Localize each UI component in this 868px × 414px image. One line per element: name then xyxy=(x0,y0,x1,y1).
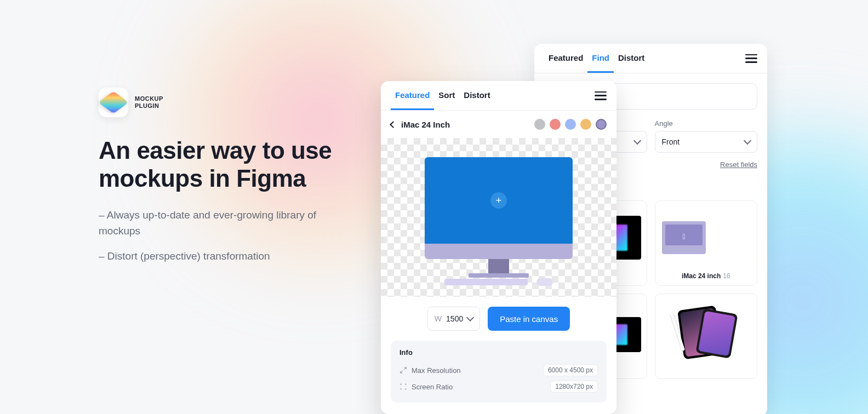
find-panel-tabs: Featured Find Distort xyxy=(534,44,767,73)
color-swatch-purple[interactable] xyxy=(596,119,607,130)
chevron-down-icon xyxy=(744,137,751,145)
info-label: Screen Ratio xyxy=(412,383,453,391)
chevron-down-icon xyxy=(466,314,474,321)
result-card[interactable] xyxy=(655,294,758,379)
info-label: Max Resolution xyxy=(412,366,461,375)
info-value: 1280x720 px xyxy=(550,381,598,393)
featured-panel: Featured Sort Distort iMac 24 Inch + xyxy=(381,81,616,414)
imac-mockup: + xyxy=(425,157,573,278)
ratio-icon xyxy=(399,383,407,390)
mockup-preview: + xyxy=(381,138,616,297)
color-swatch-yellow[interactable] xyxy=(580,119,591,130)
add-screen-button[interactable]: + xyxy=(490,192,507,209)
angle-label: Angle xyxy=(655,119,758,128)
width-select[interactable]: W 1500 xyxy=(427,307,480,331)
menu-icon[interactable] xyxy=(745,54,757,63)
tab-featured[interactable]: Featured xyxy=(544,44,587,73)
info-title: Info xyxy=(399,348,598,357)
angle-select[interactable]: Front xyxy=(655,131,758,153)
expand-icon xyxy=(399,366,407,374)
hero-headline: An easier way to use mockups in Figma xyxy=(99,137,340,192)
tab-find[interactable]: Find xyxy=(587,44,614,73)
hero-section: MOCKUP PLUGIN An easier way to use mocku… xyxy=(99,88,340,274)
tab-distort[interactable]: Distort xyxy=(614,44,649,73)
info-value: 6000 x 4500 px xyxy=(543,364,598,376)
tab-distort[interactable]: Distort xyxy=(459,81,494,110)
tab-featured[interactable]: Featured xyxy=(391,81,434,110)
result-card-imac[interactable]: iMac 24 inch16 xyxy=(655,200,758,286)
back-button[interactable] xyxy=(390,121,397,128)
hero-bullet-1: – Always up-to-date and ever-growing lib… xyxy=(99,208,340,239)
info-box: Info Max Resolution 6000 x 4500 px Scree… xyxy=(391,341,607,403)
mouse-icon xyxy=(536,278,553,286)
plugin-logo-icon xyxy=(99,88,128,117)
chevron-down-icon xyxy=(633,137,641,145)
color-swatches xyxy=(534,119,607,130)
paste-in-canvas-button[interactable]: Paste in canvas xyxy=(488,307,570,331)
hero-bullet-2: – Distort (perspective) transformation xyxy=(99,249,340,264)
color-swatch-pink[interactable] xyxy=(550,119,561,130)
plugin-logo: MOCKUP PLUGIN xyxy=(99,88,340,117)
tab-sort[interactable]: Sort xyxy=(434,81,459,110)
plugin-logo-text: MOCKUP PLUGIN xyxy=(135,95,163,109)
color-swatch-silver[interactable] xyxy=(534,119,545,130)
mockup-title: iMac 24 Inch xyxy=(401,120,450,129)
featured-panel-tabs: Featured Sort Distort xyxy=(381,81,616,111)
menu-icon[interactable] xyxy=(595,91,607,100)
keyboard-icon xyxy=(444,279,528,285)
color-swatch-blue[interactable] xyxy=(565,119,576,130)
